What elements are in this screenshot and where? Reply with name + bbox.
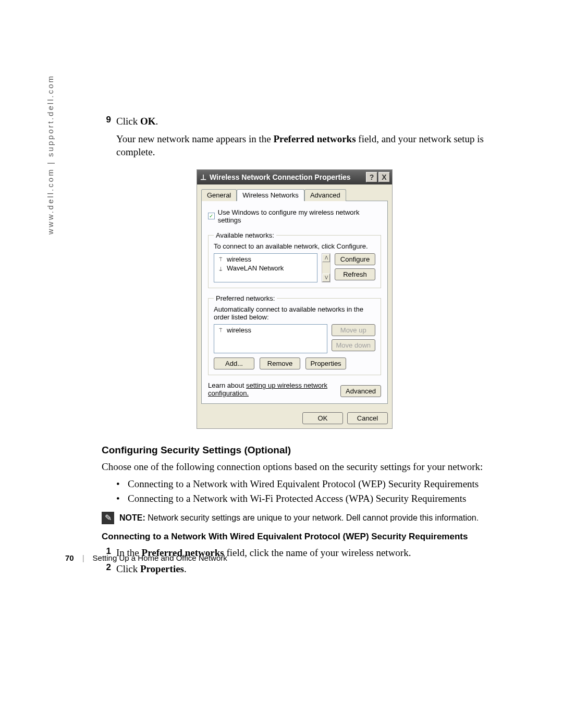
- page-content: 9 Click OK. Your new network name appear…: [102, 115, 487, 579]
- tab-panel: ✓ Use Windows to configure my wireless n…: [201, 201, 388, 404]
- configure-button[interactable]: Configure: [335, 253, 375, 265]
- tab-general[interactable]: General: [201, 189, 237, 201]
- titlebar[interactable]: ⊥ Wireless Network Connection Properties…: [197, 170, 392, 184]
- note-icon: [102, 512, 114, 524]
- move-down-button[interactable]: Move down: [332, 339, 375, 351]
- checkbox-icon[interactable]: ✓: [208, 213, 215, 219]
- list-item[interactable]: ⍑ wireless: [215, 255, 316, 264]
- use-windows-checkbox-row[interactable]: ✓ Use Windows to configure my wireless n…: [208, 208, 381, 224]
- scroll-up-icon[interactable]: ᐱ: [322, 254, 330, 262]
- scroll-down-icon[interactable]: ᐯ: [322, 274, 330, 282]
- text: Click: [116, 116, 140, 127]
- note: NOTE: Network security settings are uniq…: [102, 512, 487, 524]
- cancel-button[interactable]: Cancel: [347, 412, 388, 424]
- step-2: 2 Click Properties.: [102, 562, 487, 576]
- antenna-icon: ⍑: [217, 256, 224, 262]
- remove-button[interactable]: Remove: [260, 357, 300, 369]
- wireless-properties-dialog: ⊥ Wireless Network Connection Properties…: [197, 169, 393, 429]
- text: Network security settings are unique to …: [145, 513, 479, 522]
- step-number: 9: [102, 115, 116, 128]
- preferred-networks-list[interactable]: ⍑ wireless: [214, 324, 327, 353]
- sidebar-url: www.dell.com | support.dell.com: [46, 75, 55, 235]
- section-heading: Configuring Security Settings (Optional): [102, 445, 487, 456]
- separator: |: [82, 553, 84, 562]
- note-text: NOTE: Network security settings are uniq…: [119, 513, 479, 523]
- list-item[interactable]: ⍑ wireless: [215, 326, 326, 335]
- item-label: wireless: [227, 326, 251, 334]
- antenna-icon: ⍑: [217, 327, 224, 333]
- text: Learn about: [208, 381, 246, 389]
- text-bold: Properties: [140, 563, 184, 574]
- text: .: [155, 116, 158, 127]
- refresh-button[interactable]: Refresh: [335, 268, 375, 280]
- list-item: Connecting to a Network with Wired Equiv…: [116, 477, 487, 492]
- preferred-networks-group: Preferred networks: Automatically connec…: [208, 294, 381, 375]
- page-number: 70: [65, 553, 74, 562]
- dialog-title: Wireless Network Connection Properties: [210, 173, 365, 181]
- list-item: Connecting to a Network with Wi-Fi Prote…: [116, 491, 487, 507]
- text: field, click the name of your wireless n…: [224, 547, 411, 558]
- properties-button[interactable]: Properties: [305, 357, 346, 369]
- chapter-title: Setting Up a Home and Office Network: [93, 553, 227, 562]
- text: .: [184, 563, 187, 574]
- dialog-footer: OK Cancel: [197, 408, 392, 428]
- step-text: Click OK.: [116, 115, 158, 128]
- list-item[interactable]: ⍊ WaveLAN Network: [215, 264, 316, 273]
- group-legend: Preferred networks:: [214, 294, 277, 302]
- text-bold: OK: [140, 116, 156, 127]
- tab-wireless-networks[interactable]: Wireless Networks: [237, 189, 304, 201]
- scrollbar[interactable]: ᐱ ᐯ: [322, 253, 331, 282]
- group-description: To connect to an available network, clic…: [214, 242, 375, 250]
- bullet-list: Connecting to a Network with Wired Equiv…: [116, 477, 487, 507]
- text: Your new network name appears in the: [116, 133, 273, 144]
- help-button[interactable]: ?: [366, 172, 377, 182]
- paragraph: Choose one of the following connection o…: [102, 460, 487, 474]
- step-text: Click Properties.: [116, 562, 187, 576]
- wireless-icon: ⊥: [200, 173, 206, 181]
- page-footer: 70 | Setting Up a Home and Office Networ…: [65, 553, 227, 562]
- available-networks-group: Available networks: To connect to an ava…: [208, 231, 381, 288]
- group-legend: Available networks:: [214, 231, 276, 239]
- group-description: Automatically connect to available netwo…: [214, 305, 375, 321]
- text: Click: [116, 563, 140, 574]
- tab-strip: General Wireless Networks Advanced: [197, 184, 392, 201]
- step-9: 9 Click OK.: [102, 115, 487, 128]
- paragraph: Your new network name appears in the Pre…: [116, 132, 487, 159]
- tab-advanced[interactable]: Advanced: [304, 189, 346, 201]
- ok-button[interactable]: OK: [302, 412, 343, 424]
- text-bold: Preferred networks: [273, 133, 356, 144]
- item-label: WaveLAN Network: [227, 264, 284, 272]
- add-button[interactable]: Add...: [214, 357, 254, 369]
- checkbox-label: Use Windows to configure my wireless net…: [218, 208, 381, 224]
- move-up-button[interactable]: Move up: [332, 324, 375, 336]
- step-number: 2: [102, 562, 116, 576]
- note-label: NOTE:: [119, 513, 145, 522]
- advanced-button[interactable]: Advanced: [340, 385, 381, 397]
- available-networks-list[interactable]: ⍑ wireless ⍊ WaveLAN Network: [214, 253, 317, 282]
- subsection-heading: Connecting to a Network With Wired Equiv…: [102, 532, 487, 542]
- antenna-icon: ⍊: [217, 265, 224, 271]
- learn-text: Learn about setting up wireless network …: [208, 381, 328, 397]
- close-button[interactable]: X: [378, 172, 390, 182]
- item-label: wireless: [227, 255, 251, 263]
- learn-row: Learn about setting up wireless network …: [208, 381, 381, 397]
